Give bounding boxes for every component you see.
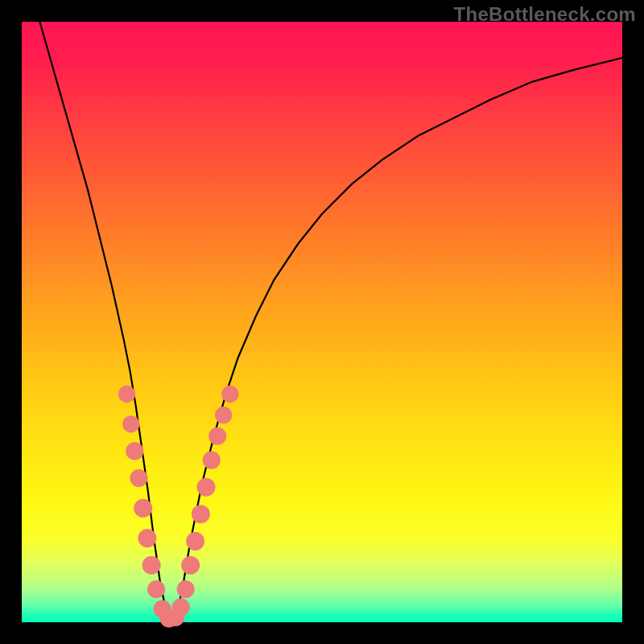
bottleneck-curve — [39, 22, 622, 622]
marker-dot — [142, 556, 161, 575]
marker-dot — [181, 556, 200, 575]
marker-dot — [192, 505, 210, 523]
marker-dot — [208, 427, 226, 445]
marker-dot — [138, 529, 156, 547]
plot-area — [22, 22, 622, 622]
chart-frame: TheBottleneck.com — [0, 0, 644, 644]
marker-dot — [172, 598, 190, 616]
marker-dot — [118, 386, 135, 402]
marker-dot — [177, 580, 195, 598]
marker-dot — [215, 407, 232, 423]
marker-group — [118, 386, 239, 628]
marker-dot — [122, 415, 139, 432]
marker-dot — [126, 442, 143, 460]
chart-svg — [22, 22, 622, 622]
marker-dot — [203, 452, 221, 469]
marker-dot — [147, 580, 165, 598]
marker-dot — [186, 532, 204, 551]
marker-dot — [134, 499, 152, 518]
marker-dot — [197, 478, 216, 497]
marker-dot — [130, 469, 147, 487]
watermark-text: TheBottleneck.com — [454, 3, 636, 26]
marker-dot — [221, 386, 238, 402]
